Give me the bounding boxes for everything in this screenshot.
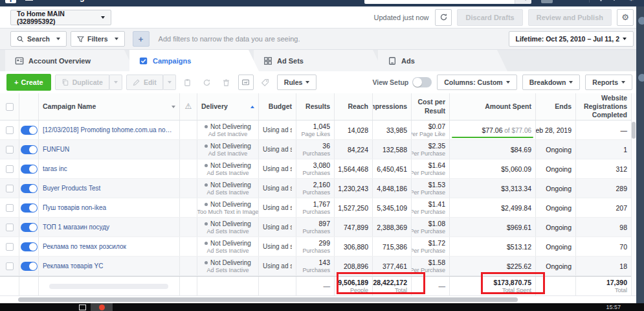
history-icon[interactable]	[199, 75, 215, 90]
column-delivery[interactable]: Delivery	[197, 93, 259, 120]
tag-icon[interactable]	[258, 75, 273, 90]
duplicate-button[interactable]: Duplicate	[55, 75, 122, 90]
annotation-amount-spent-total	[481, 272, 545, 294]
campaign-name-link[interactable]: Buyer Products Test	[43, 185, 175, 192]
account-overview-icon	[15, 56, 24, 65]
add-filter-button[interactable]: +	[133, 31, 150, 47]
delivery-status: Not Delivering	[210, 162, 251, 169]
column-ends[interactable]: Ends	[536, 93, 576, 120]
column-reach[interactable]: Reach	[335, 93, 373, 120]
tab-ad-sets[interactable]: Ad Sets	[254, 50, 383, 71]
campaign-active-toggle[interactable]	[21, 223, 38, 232]
campaign-name-link[interactable]: FUNFUN	[43, 146, 175, 153]
campaign-active-toggle[interactable]	[21, 242, 38, 251]
column-issues[interactable]: ⚠	[180, 93, 197, 120]
row-checkbox[interactable]	[6, 224, 14, 231]
tab-campaigns[interactable]: Campaigns	[129, 50, 259, 71]
campaign-name-link[interactable]: taras inc	[43, 165, 175, 172]
user-menu[interactable]: Stan	[560, 0, 583, 1]
totals-cost: —	[439, 282, 446, 290]
edit-dropdown[interactable]	[163, 75, 176, 90]
reach-value: 747,899	[344, 224, 368, 231]
hamburger-menu-icon[interactable]	[25, 0, 33, 1]
cost-value: $1.41	[428, 200, 445, 208]
gear-icon: ⚙	[621, 13, 629, 21]
taskbar-window-icon[interactable]	[79, 305, 86, 310]
campaign-active-toggle[interactable]	[21, 126, 38, 135]
row-checkbox[interactable]	[6, 126, 14, 134]
campaign-active-toggle[interactable]	[21, 184, 38, 193]
campaign-name-link[interactable]: ТОП 1 магазин посуду	[43, 224, 175, 231]
campaign-active-toggle[interactable]	[21, 203, 38, 213]
row-checkbox[interactable]	[6, 262, 14, 270]
reports-button[interactable]: Reports	[585, 75, 632, 90]
preview-icon[interactable]	[238, 75, 254, 90]
impressions-value: 4,848,186	[377, 185, 407, 192]
vertical-scrollbar[interactable]	[632, 122, 636, 139]
row-checkbox[interactable]	[6, 165, 14, 173]
level-tabs: Account Overview Campaigns Ad Sets Ads	[0, 50, 644, 71]
campaign-active-toggle[interactable]	[21, 145, 38, 154]
column-amount-spent[interactable]: Amount Spent	[450, 93, 536, 120]
status-dot-icon	[205, 222, 208, 225]
column-budget[interactable]: Budget	[259, 93, 296, 120]
help-flag-icon[interactable]	[612, 0, 620, 2]
amount-spent-value: $3,313.34	[501, 185, 531, 192]
row-checkbox[interactable]	[6, 204, 14, 212]
date-range-selector[interactable]: Lifetime: Oct 25, 2010 – Jul 11, 2	[509, 31, 634, 47]
notifications-bell-icon[interactable]	[597, 0, 605, 2]
campaign-name-link[interactable]: Пуш товарів non-ikea	[43, 204, 175, 211]
facebook-logo[interactable]: f	[5, 0, 16, 3]
global-search-input[interactable]	[364, 0, 515, 4]
ends-value: Ongoing	[546, 243, 572, 251]
view-setup-toggle[interactable]	[412, 77, 432, 87]
status-dot-icon	[205, 144, 208, 148]
search-icon[interactable]	[515, 0, 531, 4]
review-publish-button[interactable]: Review and Publish	[528, 9, 612, 26]
row-checkbox[interactable]	[6, 146, 14, 154]
reach-value: 306,880	[344, 243, 368, 251]
results-value: 897	[318, 220, 330, 227]
search-filter-button[interactable]: Search	[10, 31, 67, 47]
campaign-active-toggle[interactable]	[21, 262, 38, 271]
delivery-status: Not Delivering	[210, 143, 251, 150]
column-impressions[interactable]: Impressions	[373, 93, 412, 120]
columns-button[interactable]: Columns: Custom	[437, 75, 516, 90]
campaign-name-link[interactable]: Реклама товарів YC	[43, 262, 175, 270]
create-button[interactable]: +Create	[6, 74, 51, 91]
chevron-down-icon	[115, 38, 118, 40]
duplicate-dropdown[interactable]	[109, 75, 122, 90]
campaign-name-link[interactable]: Реклама по темах розсилок	[43, 243, 175, 250]
column-website-registrations[interactable]: Website Registrations Completed	[576, 93, 631, 120]
select-all-checkbox[interactable]	[6, 103, 14, 111]
trash-icon[interactable]	[219, 75, 234, 90]
campaign-name-link[interactable]: [12/03/2018] Promoting tohome.com.ua now…	[43, 126, 175, 133]
tab-account-overview[interactable]: Account Overview	[5, 50, 135, 71]
row-checkbox[interactable]	[6, 185, 14, 192]
edge-dot-icon	[638, 17, 644, 25]
amount-spent-suffix: of $77.06	[503, 127, 531, 134]
discard-drafts-button[interactable]: Discard Drafts	[457, 9, 522, 26]
settings-button[interactable]: ⚙	[617, 9, 634, 26]
breakdown-button[interactable]: Breakdown	[522, 75, 581, 90]
column-results[interactable]: Results	[296, 93, 335, 120]
cost-value: $1.72	[428, 239, 445, 247]
status-dot-icon	[205, 183, 208, 187]
clipboard-icon[interactable]	[180, 75, 195, 90]
refresh-button[interactable]	[435, 9, 452, 26]
column-campaign-name[interactable]: Campaign Name	[39, 93, 180, 120]
ad-sets-icon	[263, 56, 272, 65]
horizontal-scrollbar[interactable]	[18, 297, 518, 302]
row-checkbox[interactable]	[6, 243, 14, 251]
column-cost-per-result[interactable]: Cost per Result	[412, 93, 450, 120]
edit-button[interactable]: Edit	[126, 75, 176, 90]
account-selector[interactable]: To Home MAIN (328995392)	[10, 10, 111, 25]
tab-ads[interactable]: Ads	[378, 50, 507, 71]
rules-button[interactable]: Rules	[277, 75, 317, 90]
cost-label: Per Purchase	[412, 209, 445, 215]
avatar[interactable]	[541, 0, 553, 3]
filters-button[interactable]: Filters	[71, 31, 125, 47]
settings-gear-icon[interactable]: ⚙	[627, 0, 635, 2]
taskbar-browser-item[interactable]	[91, 303, 113, 311]
campaign-active-toggle[interactable]	[21, 165, 38, 174]
